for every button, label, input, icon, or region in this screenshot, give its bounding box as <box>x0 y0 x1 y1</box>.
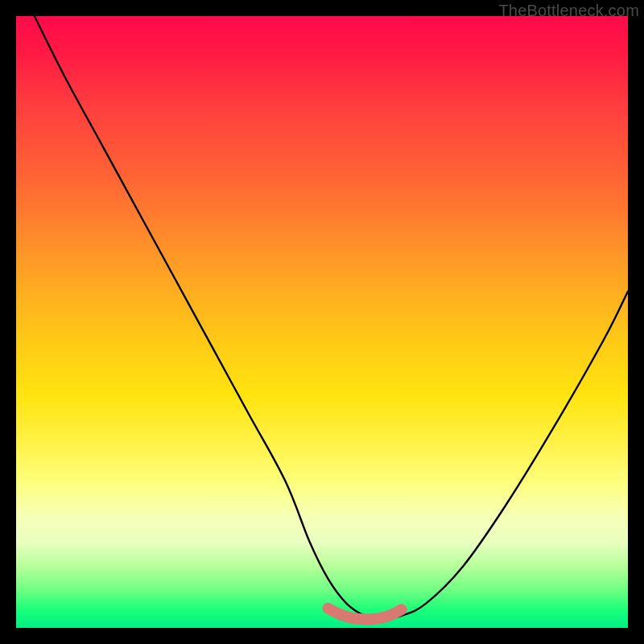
plot-area <box>16 16 628 628</box>
chart-frame: TheBottleneck.com <box>0 0 644 644</box>
watermark-text: TheBottleneck.com <box>498 2 639 20</box>
flat-bottom-highlight <box>328 609 402 620</box>
bottleneck-curve <box>35 16 628 619</box>
curve-layer <box>16 16 628 628</box>
